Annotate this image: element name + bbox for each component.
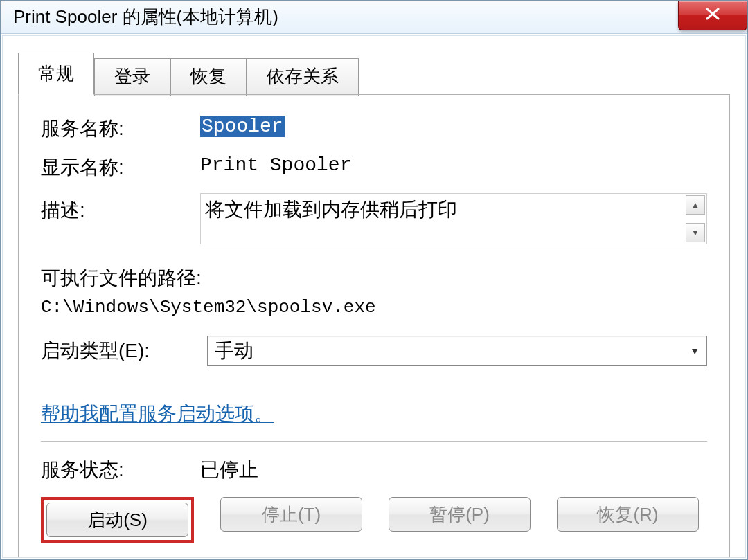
- divider: [41, 441, 707, 442]
- start-button[interactable]: 启动(S): [46, 503, 188, 537]
- service-name-value[interactable]: Spooler: [200, 116, 285, 137]
- exe-path-label: 可执行文件的路径:: [41, 265, 707, 291]
- startup-type-label: 启动类型(E):: [41, 338, 207, 364]
- service-status-label: 服务状态:: [41, 457, 200, 483]
- scroll-up-button[interactable]: ▲: [686, 195, 705, 215]
- pause-button[interactable]: 暂停(P): [389, 497, 531, 532]
- window-title: Print Spooler 的属性(本地计算机): [13, 5, 278, 29]
- close-icon: [706, 6, 720, 24]
- scroll-down-button[interactable]: ▼: [686, 223, 705, 242]
- tab-recovery[interactable]: 恢复: [170, 58, 247, 96]
- tab-logon[interactable]: 登录: [94, 58, 170, 96]
- display-name-label: 显示名称:: [41, 154, 200, 181]
- description-scrollbar: ▲ ▼: [686, 195, 705, 242]
- dropdown-arrow-icon: ▼: [690, 345, 700, 356]
- properties-dialog: Print Spooler 的属性(本地计算机) 常规 登录 恢复 依存关系 服…: [0, 0, 748, 560]
- chevron-down-icon: ▼: [691, 228, 700, 238]
- service-control-buttons: 启动(S) 停止(T) 暂停(P) 恢复(R): [41, 497, 707, 543]
- titlebar: Print Spooler 的属性(本地计算机): [1, 1, 747, 34]
- description-text: 将文件加载到内存供稍后打印: [205, 199, 457, 220]
- description-label: 描述:: [41, 193, 200, 224]
- display-name-value: Print Spooler: [200, 154, 351, 176]
- description-box[interactable]: 将文件加载到内存供稍后打印 ▲ ▼: [200, 193, 707, 244]
- service-status-value: 已停止: [200, 457, 258, 483]
- tab-dependencies[interactable]: 依存关系: [247, 58, 359, 96]
- chevron-up-icon: ▲: [691, 200, 700, 210]
- start-button-highlight: 启动(S): [41, 497, 194, 543]
- help-config-link[interactable]: 帮助我配置服务启动选项。: [41, 401, 274, 427]
- tab-general[interactable]: 常规: [18, 53, 94, 95]
- stop-button[interactable]: 停止(T): [220, 497, 362, 532]
- tab-strip: 常规 登录 恢复 依存关系: [18, 53, 730, 95]
- exe-path-value: C:\Windows\System32\spoolsv.exe: [41, 297, 707, 318]
- client-area: 常规 登录 恢复 依存关系 服务名称: Spooler 显示名称: Print …: [2, 35, 746, 558]
- service-name-label: 服务名称:: [41, 116, 200, 142]
- startup-type-value: 手动: [215, 338, 253, 364]
- tab-panel-general: 服务名称: Spooler 显示名称: Print Spooler 描述: 将文…: [18, 94, 730, 557]
- resume-button[interactable]: 恢复(R): [557, 497, 699, 532]
- startup-type-dropdown[interactable]: 手动 ▼: [207, 336, 707, 366]
- close-button[interactable]: [678, 1, 747, 30]
